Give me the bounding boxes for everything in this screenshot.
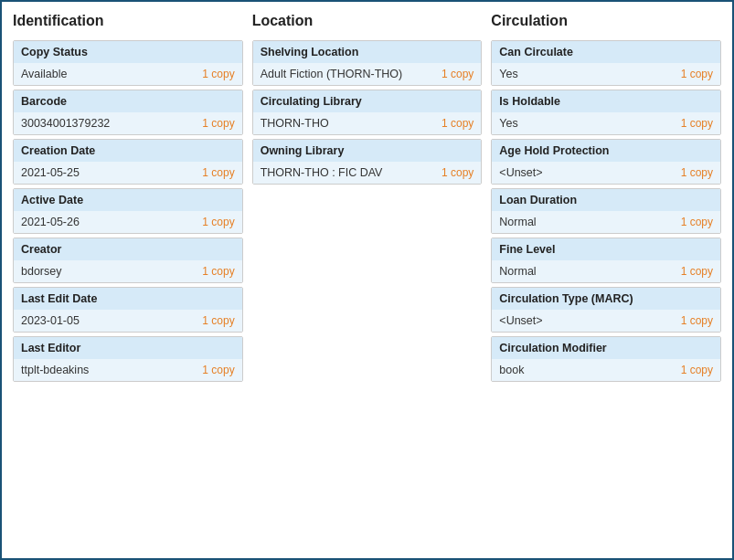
field-text-circulation-0: Yes bbox=[499, 68, 517, 80]
copy-badge-circulation-2: 1 copy bbox=[681, 166, 713, 179]
field-value-location-1: THORN-THO1 copy bbox=[253, 112, 482, 134]
field-label-circulation-2: Age Hold Protection bbox=[492, 140, 720, 162]
field-group-location-2: Owning LibraryTHORN-THO : FIC DAV1 copy bbox=[252, 139, 483, 185]
field-value-identification-5: 2023-01-051 copy bbox=[14, 310, 242, 332]
column-header-location: Location bbox=[252, 13, 483, 33]
copy-badge-identification-2: 1 copy bbox=[202, 166, 234, 179]
field-group-circulation-2: Age Hold Protection<Unset>1 copy bbox=[491, 139, 721, 185]
field-label-location-1: Circulating Library bbox=[253, 90, 482, 112]
field-value-circulation-5: <Unset>1 copy bbox=[492, 310, 720, 332]
field-group-identification-5: Last Edit Date2023-01-051 copy bbox=[13, 287, 243, 333]
field-group-identification-1: Barcode300340013792321 copy bbox=[13, 90, 243, 135]
field-label-identification-4: Creator bbox=[14, 238, 242, 260]
field-text-identification-2: 2021-05-25 bbox=[21, 166, 80, 179]
field-label-circulation-6: Circulation Modifier bbox=[492, 337, 720, 359]
copy-badge-identification-5: 1 copy bbox=[202, 314, 234, 327]
field-value-identification-2: 2021-05-251 copy bbox=[14, 162, 242, 184]
field-value-circulation-2: <Unset>1 copy bbox=[492, 162, 720, 184]
copy-badge-location-2: 1 copy bbox=[441, 166, 473, 179]
field-value-circulation-4: Normal1 copy bbox=[492, 260, 720, 282]
field-text-location-1: THORN-THO bbox=[261, 117, 329, 130]
field-value-identification-3: 2021-05-261 copy bbox=[14, 211, 242, 233]
field-value-circulation-1: Yes1 copy bbox=[492, 112, 720, 134]
column-header-identification: Identification bbox=[13, 13, 243, 33]
field-label-location-2: Owning Library bbox=[253, 140, 482, 162]
field-value-identification-1: 300340013792321 copy bbox=[14, 112, 242, 134]
copy-badge-circulation-4: 1 copy bbox=[681, 265, 713, 278]
field-group-identification-0: Copy StatusAvailable1 copy bbox=[13, 40, 243, 86]
field-label-circulation-3: Loan Duration bbox=[492, 189, 720, 211]
field-group-identification-4: Creatorbdorsey1 copy bbox=[13, 238, 243, 283]
field-value-location-2: THORN-THO : FIC DAV1 copy bbox=[253, 162, 482, 184]
field-label-identification-6: Last Editor bbox=[14, 337, 242, 359]
field-group-circulation-0: Can CirculateYes1 copy bbox=[491, 40, 721, 86]
column-circulation: CirculationCan CirculateYes1 copyIs Hold… bbox=[491, 13, 721, 386]
field-group-location-0: Shelving LocationAdult Fiction (THORN-TH… bbox=[252, 40, 483, 86]
column-identification: IdentificationCopy StatusAvailable1 copy… bbox=[13, 13, 243, 386]
column-header-circulation: Circulation bbox=[491, 13, 721, 33]
copy-badge-circulation-3: 1 copy bbox=[681, 216, 713, 228]
field-value-location-0: Adult Fiction (THORN-THO)1 copy bbox=[253, 63, 482, 85]
field-label-identification-3: Active Date bbox=[14, 189, 242, 211]
copy-badge-circulation-5: 1 copy bbox=[681, 314, 713, 327]
column-location: LocationShelving LocationAdult Fiction (… bbox=[252, 13, 483, 386]
copy-badge-circulation-6: 1 copy bbox=[681, 364, 713, 376]
field-value-identification-4: bdorsey1 copy bbox=[14, 260, 242, 282]
copy-badge-circulation-0: 1 copy bbox=[681, 68, 713, 80]
field-text-circulation-3: Normal bbox=[499, 216, 536, 228]
field-group-circulation-3: Loan DurationNormal1 copy bbox=[491, 188, 721, 234]
columns-wrapper: IdentificationCopy StatusAvailable1 copy… bbox=[13, 13, 721, 386]
field-text-identification-4: bdorsey bbox=[21, 265, 61, 278]
field-label-identification-5: Last Edit Date bbox=[14, 288, 242, 310]
field-text-location-2: THORN-THO : FIC DAV bbox=[261, 166, 383, 179]
field-value-identification-6: ttplt-bdeakins1 copy bbox=[14, 359, 242, 381]
field-text-identification-0: Available bbox=[21, 68, 68, 80]
field-value-circulation-0: Yes1 copy bbox=[492, 63, 720, 85]
field-text-identification-6: ttplt-bdeakins bbox=[21, 364, 89, 376]
copy-badge-identification-4: 1 copy bbox=[202, 265, 234, 278]
field-text-circulation-6: book bbox=[499, 364, 524, 376]
field-label-identification-1: Barcode bbox=[14, 90, 242, 112]
field-text-circulation-4: Normal bbox=[499, 265, 536, 278]
field-label-circulation-1: Is Holdable bbox=[492, 90, 720, 112]
field-text-circulation-2: <Unset> bbox=[499, 166, 542, 179]
field-group-identification-3: Active Date2021-05-261 copy bbox=[13, 188, 243, 234]
copy-badge-identification-1: 1 copy bbox=[202, 117, 234, 130]
copy-badge-location-1: 1 copy bbox=[441, 117, 473, 130]
field-text-identification-1: 30034001379232 bbox=[21, 117, 110, 130]
field-label-identification-2: Creation Date bbox=[14, 140, 242, 162]
field-group-circulation-1: Is HoldableYes1 copy bbox=[491, 90, 721, 135]
field-label-location-0: Shelving Location bbox=[253, 41, 482, 63]
field-group-circulation-5: Circulation Type (MARC)<Unset>1 copy bbox=[491, 287, 721, 333]
field-group-identification-2: Creation Date2021-05-251 copy bbox=[13, 139, 243, 185]
copy-badge-identification-0: 1 copy bbox=[202, 68, 234, 80]
field-text-circulation-5: <Unset> bbox=[499, 314, 542, 327]
page-wrapper: IdentificationCopy StatusAvailable1 copy… bbox=[0, 0, 734, 560]
field-value-circulation-6: book1 copy bbox=[492, 359, 720, 381]
field-label-circulation-5: Circulation Type (MARC) bbox=[492, 288, 720, 310]
field-value-circulation-3: Normal1 copy bbox=[492, 211, 720, 233]
copy-badge-identification-3: 1 copy bbox=[202, 216, 234, 228]
copy-badge-location-0: 1 copy bbox=[441, 68, 473, 80]
field-group-circulation-6: Circulation Modifierbook1 copy bbox=[491, 336, 721, 382]
field-group-circulation-4: Fine LevelNormal1 copy bbox=[491, 238, 721, 283]
field-label-identification-0: Copy Status bbox=[14, 41, 242, 63]
columns: IdentificationCopy StatusAvailable1 copy… bbox=[13, 13, 721, 386]
field-label-circulation-0: Can Circulate bbox=[492, 41, 720, 63]
field-value-identification-0: Available1 copy bbox=[14, 63, 242, 85]
field-group-location-1: Circulating LibraryTHORN-THO1 copy bbox=[252, 90, 483, 135]
field-text-location-0: Adult Fiction (THORN-THO) bbox=[261, 68, 403, 80]
copy-badge-identification-6: 1 copy bbox=[202, 364, 234, 376]
copy-badge-circulation-1: 1 copy bbox=[681, 117, 713, 130]
field-text-circulation-1: Yes bbox=[499, 117, 517, 130]
field-text-identification-5: 2023-01-05 bbox=[21, 314, 80, 327]
field-group-identification-6: Last Editorttplt-bdeakins1 copy bbox=[13, 336, 243, 382]
field-label-circulation-4: Fine Level bbox=[492, 238, 720, 260]
field-text-identification-3: 2021-05-26 bbox=[21, 216, 80, 228]
